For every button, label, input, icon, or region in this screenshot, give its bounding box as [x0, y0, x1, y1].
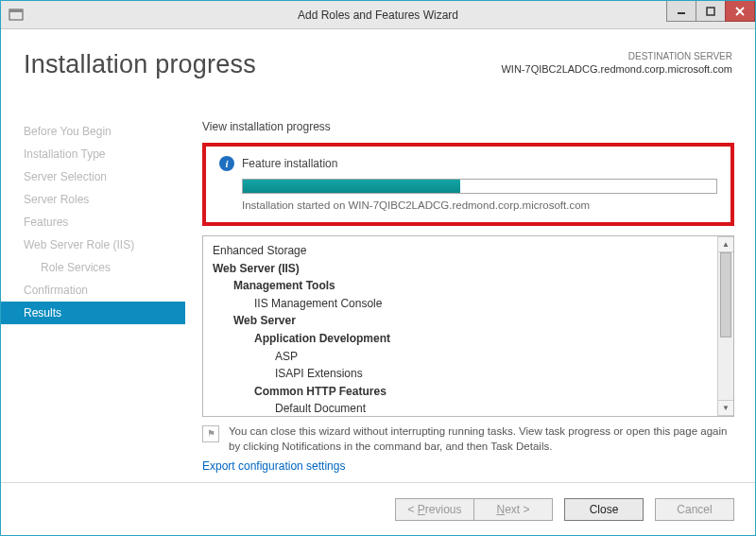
feature-tree-box: Enhanced StorageWeb Server (IIS)Manageme… — [202, 235, 734, 417]
tree-item: Application Development — [213, 330, 713, 348]
tree-item: ASP — [213, 348, 713, 366]
view-progress-label: View installation progress — [202, 120, 734, 133]
destination-server: DESTINATION SERVER WIN-7QIBC2LADCG.redmo… — [501, 50, 732, 76]
tree-item: IIS Management Console — [213, 295, 713, 313]
wizard-body: Before You BeginInstallation TypeServer … — [1, 112, 755, 479]
tree-item: Web Server — [213, 312, 713, 330]
status-panel: i Feature installation Installation star… — [202, 143, 734, 226]
progress-bar-fill — [243, 180, 460, 193]
status-title: Feature installation — [242, 157, 337, 170]
svg-rect-3 — [707, 8, 714, 15]
svg-rect-1 — [9, 9, 23, 12]
wizard-footer: < Previous Next > Close Cancel — [1, 482, 755, 535]
destination-host: WIN-7QIBC2LADCG.redmond.corp.microsoft.c… — [501, 62, 732, 76]
info-icon: i — [219, 156, 234, 171]
nav-item-role-services: Role Services — [1, 256, 185, 279]
scroll-thumb[interactable] — [720, 252, 731, 337]
wizard-main: View installation progress i Feature ins… — [185, 112, 755, 479]
nav-item-installation-type: Installation Type — [1, 143, 185, 165]
nav-item-results[interactable]: Results — [1, 302, 185, 324]
tree-item: Management Tools — [213, 277, 713, 295]
progress-bar — [242, 179, 717, 194]
notice-text: You can close this wizard without interr… — [229, 424, 729, 454]
scrollbar[interactable]: ▲ ▼ — [717, 236, 733, 416]
cancel-button: Cancel — [655, 498, 734, 521]
tree-item: Web Server (IIS) — [213, 260, 713, 278]
nav-item-confirmation: Confirmation — [1, 279, 185, 302]
nav-item-features: Features — [1, 211, 185, 233]
wizard-window: Add Roles and Features Wizard Installati… — [0, 0, 756, 536]
notice-row: ⚑ You can close this wizard without inte… — [202, 424, 734, 454]
feature-tree: Enhanced StorageWeb Server (IIS)Manageme… — [203, 236, 717, 416]
previous-button: < Previous — [395, 498, 474, 521]
close-window-button[interactable] — [725, 1, 755, 22]
window-title: Add Roles and Features Wizard — [1, 9, 755, 22]
nav-item-server-roles: Server Roles — [1, 188, 185, 211]
tree-item: ISAPI Extensions — [213, 365, 713, 383]
flag-icon: ⚑ — [202, 425, 219, 442]
wizard-header: Installation progress DESTINATION SERVER… — [1, 29, 755, 112]
scroll-up-arrow[interactable]: ▲ — [718, 236, 733, 252]
export-settings-link[interactable]: Export configuration settings — [202, 459, 345, 473]
titlebar: Add Roles and Features Wizard — [1, 1, 755, 29]
maximize-button[interactable] — [696, 1, 726, 22]
nav-item-server-selection: Server Selection — [1, 165, 185, 188]
scroll-track[interactable] — [718, 252, 733, 400]
scroll-down-arrow[interactable]: ▼ — [718, 400, 733, 416]
tree-item: Default Document — [213, 400, 713, 416]
close-button[interactable]: Close — [564, 498, 644, 521]
wizard-nav: Before You BeginInstallation TypeServer … — [1, 112, 185, 479]
next-button: Next > — [473, 498, 553, 521]
app-icon — [9, 8, 24, 23]
tree-item: Common HTTP Features — [213, 383, 713, 401]
destination-label: DESTINATION SERVER — [501, 50, 732, 62]
tree-item: Enhanced Storage — [213, 242, 713, 260]
window-controls — [667, 1, 755, 22]
status-subtext: Installation started on WIN-7QIBC2LADCG.… — [242, 199, 717, 211]
page-heading: Installation progress — [24, 50, 256, 79]
minimize-button[interactable] — [666, 1, 696, 22]
nav-item-before-you-begin: Before You Begin — [1, 120, 185, 143]
nav-item-web-server-role-iis-: Web Server Role (IIS) — [1, 233, 185, 256]
